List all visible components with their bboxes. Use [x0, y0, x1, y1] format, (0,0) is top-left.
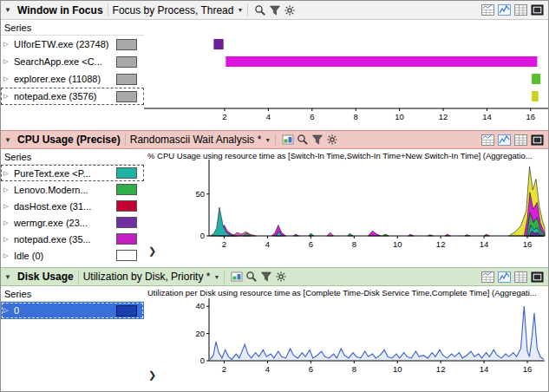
fullscreen-icon[interactable] — [530, 271, 545, 284]
expand-row-icon[interactable]: ▷ — [3, 252, 11, 259]
panel-cpu-usage-precise: ▼ CPU Usage (Precise) Randomascii Wait A… — [1, 130, 548, 267]
series-color-swatch — [116, 184, 137, 195]
series-header: Series — [1, 149, 144, 165]
series-row[interactable]: ▷PureText.exe <P... — [1, 165, 144, 181]
preset-dropdown[interactable]: Utilization by Disk, Priority * ▼ — [83, 271, 220, 283]
chevron-down-icon: ▼ — [237, 7, 243, 13]
search-icon[interactable] — [244, 270, 258, 284]
fullscreen-icon[interactable] — [530, 134, 545, 147]
graph-table-icon[interactable] — [480, 271, 495, 284]
svg-text:4: 4 — [265, 239, 270, 249]
cpu-usage-area-chart[interactable]: 050246810121416 — [144, 149, 548, 267]
expand-row-icon[interactable]: ▷ — [3, 307, 11, 314]
preset-label: Randomascii Wait Analysis * — [130, 134, 262, 146]
cpu-usage-header: ▼ CPU Usage (Precise) Randomascii Wait A… — [1, 130, 548, 149]
search-icon[interactable] — [252, 3, 267, 17]
svg-text:4: 4 — [265, 364, 270, 374]
series-color-swatch — [116, 305, 137, 317]
svg-text:4: 4 — [266, 112, 271, 121]
cpu-usage-chart-area[interactable]: % CPU Usage using resource time as [Swit… — [144, 149, 548, 267]
series-row[interactable]: ▷dasHost.exe (31... — [1, 198, 144, 214]
preset-dropdown[interactable]: Focus by Process, Thread ▼ — [113, 4, 244, 16]
svg-text:8: 8 — [352, 364, 356, 374]
series-rows: ▷PureText.exe <P...▷Lenovo.Modern...▷das… — [1, 165, 144, 264]
expand-row-icon[interactable]: ▷ — [3, 58, 11, 65]
series-row[interactable]: ▷0 — [1, 302, 144, 319]
series-row[interactable]: ▷notepad.exe (35... — [1, 231, 144, 247]
expand-row-icon[interactable]: ▷ — [3, 203, 11, 210]
preset-label: Focus by Process, Thread — [113, 4, 234, 16]
preset-dropdown[interactable]: Randomascii Wait Analysis * ▼ — [130, 134, 271, 146]
series-legend: Series ▷PureText.exe <P...▷Lenovo.Modern… — [1, 149, 144, 267]
toolbar — [252, 3, 297, 17]
view-toggle-group — [479, 271, 545, 284]
expand-row-icon[interactable]: ▷ — [3, 219, 11, 226]
series-legend: Series ▷0 — [1, 286, 144, 391]
series-row[interactable]: ▷SearchApp.exe <C... — [1, 53, 144, 70]
collapse-panel-icon[interactable]: ▼ — [4, 6, 13, 14]
graph-icon[interactable] — [497, 3, 512, 16]
series-row[interactable]: ▷wermgr.exe (23... — [1, 214, 144, 231]
series-color-swatch — [116, 217, 137, 228]
expand-row-icon[interactable]: ▷ — [3, 186, 11, 193]
window-in-focus-chart-area[interactable]: 246810121416 — [144, 20, 548, 130]
expand-row-icon[interactable]: ▷ — [3, 236, 11, 243]
svg-text:6: 6 — [309, 364, 313, 374]
separator — [78, 271, 79, 284]
toolbar — [229, 270, 288, 284]
preset-label: Utilization by Disk, Priority * — [83, 271, 211, 283]
expand-row-icon[interactable]: ▷ — [3, 93, 11, 100]
svg-text:14: 14 — [482, 112, 492, 121]
graph-table-icon[interactable] — [480, 3, 495, 16]
separator — [125, 134, 126, 147]
separator — [275, 134, 276, 147]
table-icon[interactable] — [513, 271, 528, 284]
chevron-down-icon: ▼ — [265, 137, 271, 143]
svg-text:2: 2 — [222, 364, 226, 374]
series-row[interactable]: ▷Lenovo.Modern... — [1, 181, 144, 198]
series-row[interactable]: ▷explorer.exe (11088) — [1, 70, 144, 88]
panel-title: CPU Usage (Precise) — [17, 134, 121, 146]
series-row[interactable]: ▷UIforETW.exe (23748) — [1, 36, 144, 53]
filter-icon[interactable] — [258, 270, 273, 284]
graph-table-icon[interactable] — [480, 134, 495, 147]
window-in-focus-body: Series ▷UIforETW.exe (23748)▷SearchApp.e… — [1, 20, 548, 130]
expand-row-icon[interactable]: ▷ — [3, 170, 11, 177]
series-color-swatch — [116, 56, 137, 68]
settings-icon[interactable] — [282, 3, 297, 17]
table-icon[interactable] — [513, 3, 528, 16]
svg-text:6: 6 — [309, 239, 313, 249]
collapse-panel-icon[interactable]: ▼ — [4, 273, 13, 281]
window-in-focus-timeline-chart[interactable]: 246810121416 — [144, 20, 548, 130]
settings-icon[interactable] — [273, 270, 288, 284]
disk-usage-chart-area[interactable]: Utilization per Disk using resource time… — [144, 286, 548, 391]
settings-icon[interactable] — [324, 133, 339, 147]
series-header: Series — [1, 20, 144, 36]
series-label: explorer.exe (11088) — [14, 74, 114, 84]
separator — [108, 3, 108, 16]
filter-icon[interactable] — [267, 3, 282, 17]
series-label: SearchApp.exe <C... — [14, 56, 114, 67]
expand-row-icon[interactable]: ▷ — [3, 75, 11, 82]
search-icon[interactable] — [295, 133, 310, 147]
table-icon[interactable] — [513, 134, 528, 147]
window-in-focus-header: ▼ Window in Focus Focus by Process, Thre… — [1, 1, 548, 20]
graph-icon[interactable] — [497, 134, 512, 147]
disk-utilization-line-chart[interactable]: 02040246810121416 — [144, 286, 548, 391]
panel-title: Window in Focus — [17, 4, 103, 16]
filter-icon[interactable] — [310, 133, 324, 147]
collapse-panel-icon[interactable]: ▼ — [4, 136, 13, 144]
series-label: PureText.exe <P... — [14, 168, 114, 179]
expand-row-icon[interactable]: ▷ — [3, 41, 11, 48]
series-row[interactable]: ▷notepad.exe (3576) — [1, 88, 144, 105]
view-editor-icon[interactable] — [229, 270, 244, 284]
view-editor-icon[interactable] — [280, 133, 295, 147]
graph-icon[interactable] — [497, 271, 512, 284]
expand-legend-icon[interactable]: ❯ — [148, 369, 156, 381]
svg-text:2: 2 — [222, 112, 226, 121]
svg-text:10: 10 — [395, 112, 404, 121]
series-row[interactable]: ▷Idle (0) — [1, 247, 144, 264]
svg-text:2: 2 — [222, 239, 226, 249]
fullscreen-icon[interactable] — [530, 3, 545, 16]
expand-legend-icon[interactable]: ❯ — [148, 245, 156, 257]
